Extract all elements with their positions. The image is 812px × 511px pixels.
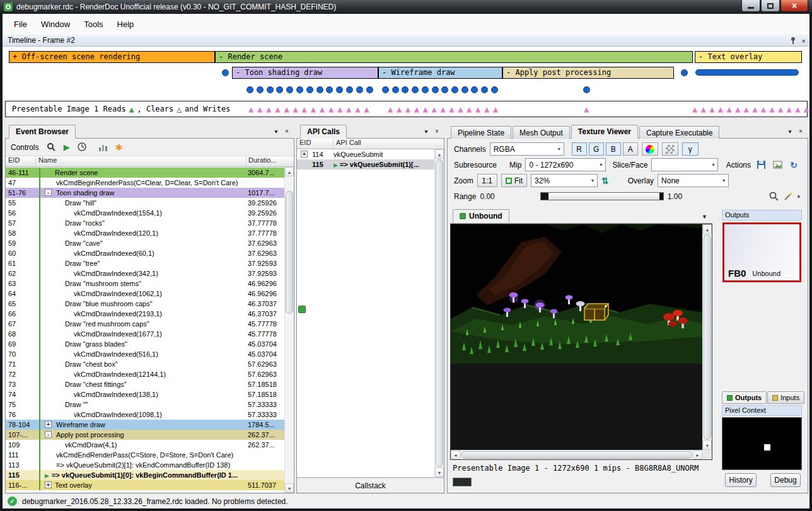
refresh-button[interactable]: ↻ [787, 159, 800, 171]
timeline-event-dot[interactable] [491, 86, 498, 93]
timeline-event-dot[interactable] [222, 69, 229, 76]
callstack-bar[interactable]: Callstack [297, 477, 444, 493]
chevron-down-icon[interactable]: ▾ [422, 128, 431, 135]
close-button[interactable]: × [780, 0, 808, 12]
collapse-icon[interactable]: - [45, 189, 52, 196]
close-icon[interactable]: × [282, 128, 291, 135]
expand-icon[interactable]: + [45, 421, 52, 428]
texture-display[interactable]: ▲ ▼ ◄ ► [450, 224, 712, 460]
docked-panel-icon[interactable] [298, 306, 306, 313]
gamma-button[interactable]: γ [682, 142, 699, 156]
event-row[interactable]: 63Draw "mushroom stems"46.96296 [6, 278, 284, 289]
overlay-select[interactable]: None ▾ [658, 174, 729, 187]
timeline-event-dot[interactable] [481, 86, 488, 93]
api-call-row[interactable]: 115▶=> vkQueueSubmit(1)[... [297, 159, 434, 169]
texture-horizontal-scrollbar[interactable]: ◄ ► [451, 450, 702, 459]
history-button[interactable]: History [725, 473, 757, 487]
event-row[interactable]: 60vkCmdDrawIndexed(60,1)37.62963 [6, 248, 284, 258]
scroll-up-icon[interactable]: ▲ [285, 167, 294, 176]
timeline-event-dot[interactable] [356, 86, 363, 93]
column-duration[interactable]: Duratio... [246, 156, 294, 166]
timeline-event-dot[interactable] [296, 86, 303, 93]
scrollbar-thumb[interactable] [704, 234, 711, 440]
event-row[interactable]: 46-111Render scene3064.7... [6, 168, 284, 178]
debug-button[interactable]: Debug [770, 473, 801, 487]
column-eid[interactable]: EID [6, 156, 36, 166]
event-row[interactable]: 78-104+Wireframe draw1784.5... [6, 420, 284, 430]
event-row[interactable]: 51-76-Toon shading draw1017.7... [6, 188, 284, 198]
timeline-marker-bar[interactable]: - Text overlay [695, 51, 802, 63]
stats-icon[interactable] [98, 142, 108, 152]
timeline-event-strip[interactable] [695, 69, 799, 76]
timeline-marker-bar[interactable]: + Off-screen scene rendering [9, 51, 215, 63]
event-row[interactable]: 75Draw ""57.33333 [6, 399, 284, 410]
checkerboard-button[interactable] [662, 142, 678, 156]
tab-texture-unbound[interactable]: Unbound [453, 209, 509, 223]
open-texture-list-button[interactable] [771, 159, 784, 171]
scroll-down-icon[interactable]: ▼ [703, 440, 712, 450]
goto-event-icon[interactable]: ▶ [64, 142, 70, 152]
scrollbar-thumb[interactable] [286, 191, 293, 314]
event-row[interactable]: 68vkCmdDrawIndexed(1677,1)45.77778 [6, 329, 284, 339]
expand-icon[interactable]: + [301, 151, 308, 158]
tab-texture-viewer[interactable]: Texture Viewer [571, 125, 638, 139]
column-eid[interactable]: EID [297, 139, 334, 149]
event-row[interactable]: 107-...-Apply post processing262.37... [6, 430, 284, 440]
texture-vertical-scrollbar[interactable]: ▲ ▼ [702, 224, 712, 450]
scroll-right-icon[interactable]: ► [693, 451, 702, 459]
close-icon[interactable]: × [802, 37, 806, 45]
zoom-combo[interactable]: 32% ▾ [531, 174, 598, 187]
menu-item-file[interactable]: File [8, 16, 33, 32]
event-row[interactable]: 111vkCmdEndRenderPass(C=Store, D=Store, … [6, 450, 284, 460]
channel-b-button[interactable]: B [606, 142, 621, 156]
tab-api-calls[interactable]: API Calls [300, 125, 347, 139]
tab-inputs[interactable]: Inputs [767, 391, 804, 404]
timeline-event-dot[interactable] [366, 86, 373, 93]
timeline-event-dot[interactable] [402, 86, 409, 93]
event-row[interactable]: 109vkCmdDraw(4,1)262.37... [6, 440, 284, 450]
timeline-marker-bar[interactable]: - Apply post processing [502, 67, 674, 79]
zoom-1to1-button[interactable]: 1:1 [477, 174, 497, 187]
timeline-marker-bar[interactable]: - Render scene [215, 51, 693, 63]
colorwheel-button[interactable] [642, 142, 658, 156]
event-browser-scrollbar[interactable]: ▲ ▼ [284, 167, 294, 493]
range-handle-white[interactable] [659, 193, 663, 200]
scrollbar-thumb[interactable] [436, 159, 443, 467]
column-name[interactable]: Name [36, 156, 246, 166]
timeline-event-dot[interactable] [336, 86, 343, 93]
collapse-icon[interactable]: - [45, 431, 52, 438]
event-row[interactable]: 65Draw "blue mushroom caps"46.37037 [6, 299, 284, 309]
event-row[interactable]: 73Draw "chest fittings"57.18518 [6, 379, 284, 389]
scroll-down-icon[interactable]: ▼ [285, 483, 294, 493]
event-row[interactable]: 56vkCmdDrawIndexed(1554,1)39.25926 [6, 208, 284, 218]
pin-icon[interactable] [789, 37, 797, 45]
timeline-event-dot[interactable] [461, 86, 468, 93]
channel-r-button[interactable]: R [572, 142, 587, 156]
timeline-event-dot[interactable] [441, 86, 448, 93]
tab-outputs[interactable]: Outputs [722, 391, 767, 404]
expand-icon[interactable]: + [45, 481, 52, 488]
pick-wand-icon[interactable] [783, 192, 793, 202]
timeline-event-dot[interactable] [306, 86, 313, 93]
timeline-marker-bar[interactable]: - Wireframe draw [378, 67, 502, 79]
menu-item-tools[interactable]: Tools [78, 16, 109, 32]
flip-y-icon[interactable]: ⇅ [601, 176, 609, 186]
event-row[interactable]: 67Draw "red mushroom caps"45.77778 [6, 319, 284, 329]
menu-item-help[interactable]: Help [111, 16, 141, 32]
timeline-event-dot[interactable] [382, 86, 389, 93]
scroll-left-icon[interactable]: ◄ [451, 451, 460, 459]
event-row[interactable]: 76vkCmdDrawIndexed(1098,1)57.33333 [6, 410, 284, 420]
timeline-event-dot[interactable] [422, 86, 429, 93]
maximize-button[interactable] [761, 0, 780, 12]
scroll-up-icon[interactable]: ▲ [703, 224, 712, 234]
pixel-context-view[interactable] [722, 417, 802, 470]
timeline-event-dot[interactable] [257, 86, 264, 93]
timeline-event-dot[interactable] [326, 86, 333, 93]
event-row[interactable]: 72vkCmdDrawIndexed(12144,1)57.62963 [6, 369, 284, 379]
chevron-down-icon[interactable]: ▾ [786, 128, 794, 135]
timeline-event-dot[interactable] [286, 86, 293, 93]
event-row[interactable]: 69Draw "grass blades"45.03704 [6, 339, 284, 349]
find-event-icon[interactable] [47, 142, 56, 152]
event-row[interactable]: 113=> vkQueueSubmit(2)[1]: vkEndCommandB… [6, 460, 284, 470]
magnifier-icon[interactable] [769, 192, 779, 202]
